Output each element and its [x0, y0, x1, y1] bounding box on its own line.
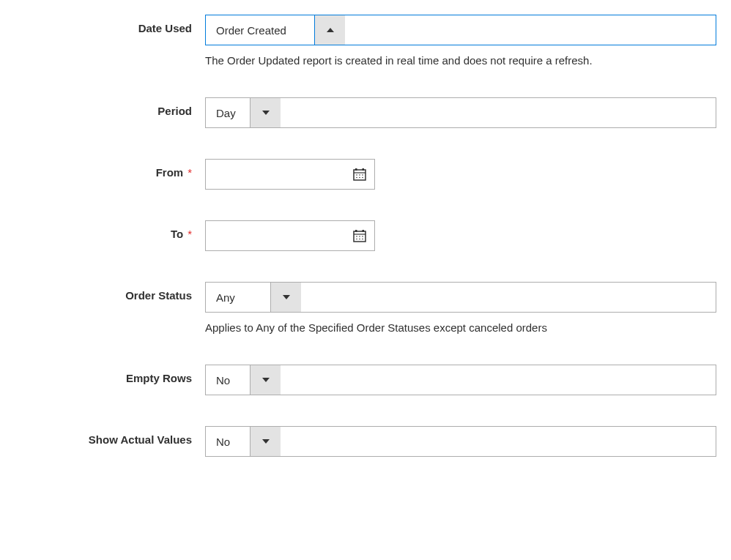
select-value-show-actual-values: No — [206, 427, 250, 456]
dropdown-toggle-period[interactable] — [250, 98, 281, 127]
label-date-used: Date Used — [15, 15, 205, 34]
svg-point-14 — [356, 236, 357, 237]
required-mark-from: * — [188, 166, 192, 179]
control-date-used: Order Created The Order Updated report i… — [205, 15, 716, 67]
svg-point-8 — [359, 177, 360, 179]
select-order-status[interactable]: Any — [205, 282, 716, 313]
svg-point-5 — [359, 174, 360, 176]
control-from — [205, 159, 716, 190]
help-text-date-used: The Order Updated report is created in r… — [205, 54, 716, 67]
label-empty-rows: Empty Rows — [15, 365, 205, 384]
calendar-icon[interactable] — [352, 167, 367, 182]
label-text-from: From — [156, 166, 184, 179]
control-period: Day — [205, 97, 716, 128]
chevron-down-icon — [262, 378, 270, 382]
chevron-down-icon — [262, 439, 270, 444]
dropdown-toggle-order-status[interactable] — [270, 283, 301, 312]
svg-rect-1 — [355, 168, 357, 171]
required-mark-to: * — [188, 228, 192, 240]
label-to: To * — [15, 220, 205, 240]
select-value-period: Day — [206, 98, 250, 127]
control-show-actual-values: No — [205, 426, 716, 457]
select-value-order-status: Any — [206, 283, 270, 312]
row-order-status: Order Status Any Applies to Any of the S… — [15, 282, 716, 334]
calendar-icon[interactable] — [352, 228, 367, 243]
row-from: From * — [15, 159, 716, 190]
svg-rect-11 — [355, 230, 357, 232]
control-order-status: Any Applies to Any of the Specified Orde… — [205, 282, 716, 334]
label-text-to: To — [171, 228, 183, 240]
row-date-used: Date Used Order Created The Order Update… — [15, 15, 716, 67]
svg-point-17 — [356, 239, 357, 240]
label-show-actual-values: Show Actual Values — [15, 426, 205, 446]
control-to — [205, 220, 716, 251]
date-input-wrap-from — [205, 159, 375, 190]
label-text-empty-rows: Empty Rows — [126, 372, 192, 384]
svg-point-16 — [362, 236, 363, 237]
svg-point-4 — [356, 174, 357, 176]
row-period: Period Day — [15, 97, 716, 128]
select-date-used[interactable]: Order Created — [205, 15, 716, 45]
svg-point-6 — [362, 174, 363, 176]
select-value-empty-rows: No — [206, 365, 250, 395]
select-show-actual-values[interactable]: No — [205, 426, 716, 457]
dropdown-toggle-show-actual-values[interactable] — [250, 427, 281, 456]
label-from: From * — [15, 159, 205, 179]
svg-point-7 — [356, 177, 357, 179]
svg-point-19 — [362, 239, 363, 240]
date-input-wrap-to — [205, 220, 375, 251]
chevron-down-icon — [283, 295, 290, 299]
dropdown-toggle-date-used[interactable] — [314, 15, 345, 45]
help-text-order-status: Applies to Any of the Specified Order St… — [205, 321, 716, 334]
svg-point-9 — [362, 177, 363, 179]
chevron-up-icon — [327, 28, 334, 32]
select-period[interactable]: Day — [205, 97, 716, 128]
select-value-date-used: Order Created — [206, 15, 314, 45]
label-text-period: Period — [157, 105, 192, 117]
label-order-status: Order Status — [15, 282, 205, 302]
label-text-order-status: Order Status — [125, 289, 192, 302]
svg-point-15 — [359, 236, 360, 237]
chevron-down-icon — [262, 111, 270, 115]
from-field[interactable] — [213, 168, 352, 181]
row-to: To * — [15, 220, 716, 251]
label-text-show-actual-values: Show Actual Values — [89, 433, 192, 446]
dropdown-toggle-empty-rows[interactable] — [250, 365, 281, 395]
label-period: Period — [15, 97, 205, 117]
label-text-date-used: Date Used — [138, 22, 192, 34]
select-empty-rows[interactable]: No — [205, 365, 716, 395]
row-empty-rows: Empty Rows No — [15, 365, 716, 395]
svg-rect-2 — [363, 168, 365, 171]
svg-rect-12 — [363, 230, 365, 232]
row-show-actual-values: Show Actual Values No — [15, 426, 716, 457]
control-empty-rows: No — [205, 365, 716, 395]
to-field[interactable] — [213, 230, 352, 242]
svg-point-18 — [359, 239, 360, 240]
